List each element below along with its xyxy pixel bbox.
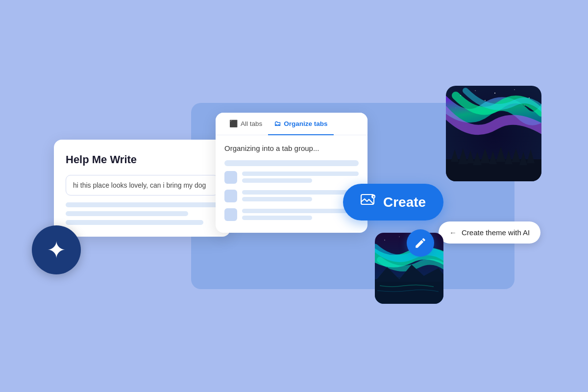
create-button[interactable]: ✦ Create: [343, 184, 443, 220]
tab-row-item: [224, 171, 359, 184]
tab-row-lines: [242, 209, 359, 220]
help-write-line: [66, 220, 203, 225]
tab-row-item: [224, 190, 359, 202]
tab-all-tabs[interactable]: ⬛ All tabs: [223, 113, 268, 135]
svg-point-5: [475, 90, 476, 91]
tab-bar: ⬛ All tabs 🗂 Organize tabs: [216, 113, 368, 135]
tab-line: [242, 190, 359, 195]
help-write-lines: [66, 202, 219, 225]
help-write-card: Help Me Write hi this place looks lovely…: [54, 140, 230, 237]
tab-row-lines: [242, 190, 359, 201]
pencil-icon: [414, 237, 427, 249]
tab-thumbnail: [224, 190, 237, 202]
svg-rect-19: [375, 279, 443, 304]
help-write-title: Help Me Write: [66, 153, 219, 166]
svg-point-7: [514, 89, 514, 90]
tab-line-short: [242, 216, 312, 220]
tab-line: [242, 172, 359, 176]
edit-button[interactable]: [407, 229, 434, 257]
tab-organize-tabs-label: Organize tabs: [284, 120, 327, 127]
create-theme-label: Create theme with AI: [462, 228, 530, 237]
tab-line-short: [242, 178, 312, 183]
svg-text:✦: ✦: [372, 196, 375, 198]
all-tabs-icon: ⬛: [229, 120, 238, 127]
svg-point-14: [384, 240, 385, 241]
create-theme-button[interactable]: ← Create theme with AI: [439, 221, 540, 244]
tab-organize-tabs[interactable]: 🗂 Organize tabs: [268, 113, 333, 135]
help-write-line: [66, 211, 188, 216]
create-image-icon: ✦: [361, 193, 376, 212]
tab-thumbnail: [224, 171, 237, 184]
svg-point-6: [494, 93, 495, 94]
svg-point-10: [485, 100, 486, 101]
help-write-line: [66, 202, 219, 207]
tab-row-lines: [242, 172, 359, 183]
tab-content: Organizing into a tab group...: [216, 135, 368, 233]
svg-point-15: [399, 236, 399, 237]
tab-organizer-card: ⬛ All tabs 🗂 Organize tabs Organizing in…: [216, 113, 368, 233]
aurora-image-large: [446, 86, 541, 181]
help-write-input[interactable]: hi this place looks lovely, can i bring …: [66, 175, 219, 196]
tab-line: [242, 209, 359, 213]
organize-tabs-icon: 🗂: [274, 120, 281, 127]
tab-thumbnail: [224, 208, 237, 221]
sparkle-icon: ✦: [47, 236, 66, 264]
tab-row-full: [224, 160, 359, 166]
tab-list: [224, 160, 359, 222]
tab-all-tabs-label: All tabs: [241, 120, 262, 127]
ai-star-button[interactable]: ✦: [32, 225, 81, 274]
organizing-status-text: Organizing into a tab group...: [224, 144, 359, 152]
create-button-label: Create: [383, 195, 426, 210]
arrow-left-icon: ←: [449, 228, 457, 237]
tab-line-short: [242, 197, 312, 201]
tab-row-item: [224, 208, 359, 221]
